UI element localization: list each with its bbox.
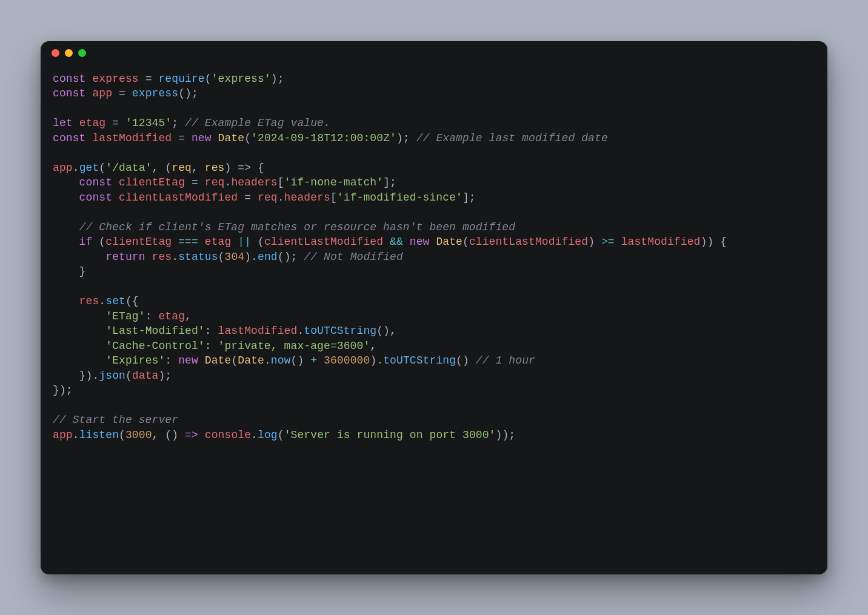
code-window: const express = require('express'); cons… xyxy=(41,41,827,574)
stage: const express = require('express'); cons… xyxy=(0,0,868,615)
maximize-icon[interactable] xyxy=(78,49,86,57)
code-editor[interactable]: const express = require('express'); cons… xyxy=(53,71,815,562)
code-token: const xyxy=(53,73,86,85)
minimize-icon[interactable] xyxy=(65,49,73,57)
window-titlebar xyxy=(41,41,827,65)
close-icon[interactable] xyxy=(52,49,59,57)
